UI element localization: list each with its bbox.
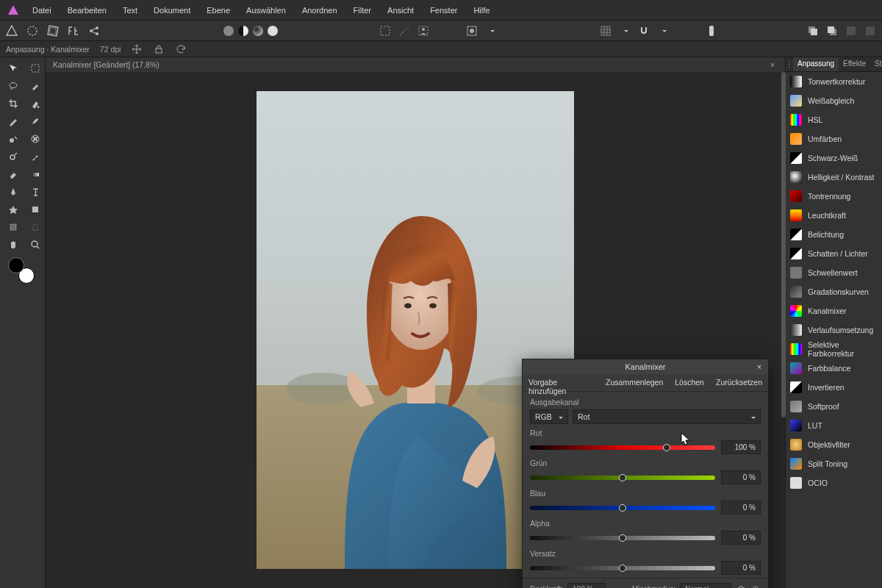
slider-thumb[interactable] <box>619 564 626 572</box>
action-reset[interactable]: Zurücksetzen <box>710 374 768 391</box>
adjustment-item[interactable]: Selektive Farbkorrektur <box>786 340 882 359</box>
document-tab[interactable]: Kanalmixer [Geändert] (17.8%) × <box>46 57 785 72</box>
slider-value[interactable]: 0 % <box>721 470 761 484</box>
adjustment-item[interactable]: Belichtung <box>786 225 882 244</box>
tool-gradient[interactable] <box>25 166 46 182</box>
ctx-refresh-icon[interactable] <box>175 43 187 55</box>
ctx-lock-icon[interactable] <box>153 43 165 55</box>
slider-track[interactable] <box>530 566 715 570</box>
tool-text[interactable] <box>25 184 46 200</box>
slider-track[interactable] <box>530 476 715 480</box>
adjustment-item[interactable]: HSL <box>786 110 882 129</box>
tool-clone[interactable] <box>3 131 24 147</box>
tool-marquee[interactable] <box>25 60 46 76</box>
adjustment-item[interactable]: Tontrennung <box>786 187 882 206</box>
persona-export-icon[interactable] <box>87 24 101 38</box>
arrange-dim-icon[interactable] <box>844 24 858 38</box>
tool-move[interactable] <box>3 60 24 76</box>
tab-styles[interactable]: Stile <box>870 57 882 71</box>
blendmode-select[interactable]: Normal <box>680 583 731 588</box>
close-icon[interactable]: × <box>767 60 778 70</box>
shape-soft-icon[interactable] <box>253 26 263 36</box>
tool-pen[interactable] <box>3 184 24 200</box>
tool-shape[interactable] <box>3 201 24 218</box>
slider-track[interactable] <box>530 445 715 450</box>
menu-filter[interactable]: Filter <box>346 3 379 18</box>
panel-handle-icon[interactable]: ⋮ <box>786 57 793 71</box>
action-delete[interactable]: Löschen <box>669 374 710 391</box>
action-merge[interactable]: Zusammenlegen <box>600 374 669 391</box>
color-model-select[interactable]: RGB <box>530 409 568 424</box>
slider-thumb[interactable] <box>663 444 670 451</box>
menu-edit[interactable]: Bearbeiten <box>60 3 114 18</box>
panel-scrollbar[interactable] <box>781 72 786 417</box>
shape-half-icon[interactable] <box>238 26 248 36</box>
ctx-move-icon[interactable] <box>131 43 143 55</box>
tab-effects[interactable]: Effekte <box>839 57 870 71</box>
marquee-rect-icon[interactable] <box>378 24 392 38</box>
adjustment-item[interactable]: Umfärben <box>786 129 882 148</box>
slider-track[interactable] <box>530 536 715 540</box>
dialog-titlebar[interactable]: Kanalmixer × <box>523 359 768 374</box>
shape-solid-icon[interactable] <box>268 26 278 36</box>
menu-document[interactable]: Dokument <box>146 3 198 18</box>
persona-tone-icon[interactable] <box>66 24 81 38</box>
grid-icon[interactable] <box>598 24 613 38</box>
tool-brush-select[interactable] <box>25 78 46 94</box>
action-add-preset[interactable]: Vorgabe hinzufügen <box>523 374 600 391</box>
color-swatches[interactable] <box>8 257 37 287</box>
adjustment-item[interactable]: Leuchtkraft <box>786 206 882 225</box>
menu-view[interactable]: Ansicht <box>380 3 421 18</box>
quickmask-dropdown[interactable] <box>484 24 498 38</box>
output-channel-select[interactable]: Rot <box>573 409 761 424</box>
adjustments-list[interactable]: TonwertkorrekturWeißabgleichHSLUmfärbenS… <box>786 72 882 588</box>
tool-zoom[interactable] <box>25 237 46 253</box>
adjustment-item[interactable]: Softproof <box>786 397 882 416</box>
adjustment-item[interactable]: Schwarz-Weiß <box>786 148 882 168</box>
menu-help[interactable]: Hilfe <box>466 3 497 18</box>
foreground-color-swatch[interactable] <box>8 257 24 273</box>
assistant-icon[interactable] <box>704 24 719 38</box>
persona-photo-icon[interactable] <box>4 24 19 38</box>
adjustment-item[interactable]: Weißabgleich <box>786 91 882 110</box>
gear-icon[interactable] <box>750 584 761 589</box>
adjustment-item[interactable]: Schwellenwert <box>786 263 882 282</box>
adjustment-item[interactable]: Farbbalance <box>786 359 882 378</box>
adjustment-item[interactable]: Verlaufsumsetzung <box>786 320 882 340</box>
persona-liquify-icon[interactable] <box>25 24 40 38</box>
tool-perspective[interactable] <box>25 219 46 235</box>
tab-adjustment[interactable]: Anpassung <box>793 57 839 71</box>
tool-pencil[interactable] <box>3 113 24 129</box>
tool-mesh[interactable] <box>3 219 24 235</box>
slider-track[interactable] <box>530 506 715 510</box>
adjustment-item[interactable]: Split Toning <box>786 454 882 473</box>
opacity-select[interactable]: 100 % <box>567 583 606 588</box>
slider-value[interactable]: 0 % <box>721 561 761 575</box>
tool-retouch[interactable] <box>25 148 46 165</box>
slider-thumb[interactable] <box>619 474 626 481</box>
adjustment-item[interactable]: Invertieren <box>786 378 882 397</box>
slider-thumb[interactable] <box>619 534 626 542</box>
tool-lasso[interactable] <box>3 78 24 94</box>
quickmask-icon[interactable] <box>465 24 479 38</box>
tool-heal[interactable] <box>25 131 46 147</box>
marquee-diag-icon[interactable] <box>397 24 412 38</box>
tool-hand[interactable] <box>3 237 24 253</box>
slider-value[interactable]: 100 % <box>721 440 761 454</box>
arrange-front-icon[interactable] <box>825 24 839 38</box>
snap-dropdown[interactable] <box>656 24 670 38</box>
tool-flood[interactable] <box>25 96 46 112</box>
grid-dropdown[interactable] <box>617 24 632 38</box>
menu-select[interactable]: Auswählen <box>239 3 293 18</box>
persona-develop-icon[interactable] <box>46 24 60 38</box>
tool-dodge[interactable] <box>3 148 24 165</box>
adjustment-item[interactable]: LUT <box>786 416 882 435</box>
adjustment-item[interactable]: Tonwertkorrektur <box>786 72 882 91</box>
marquee-person-icon[interactable] <box>416 24 431 38</box>
adjustment-item[interactable]: Schatten / Lichter <box>786 244 882 263</box>
adjustment-item[interactable]: Gradationskurven <box>786 282 882 301</box>
tool-paint[interactable] <box>25 113 46 129</box>
adjustment-item[interactable]: OCIO <box>786 473 882 492</box>
tool-crop[interactable] <box>3 96 24 112</box>
menu-file[interactable]: Datei <box>25 3 59 18</box>
